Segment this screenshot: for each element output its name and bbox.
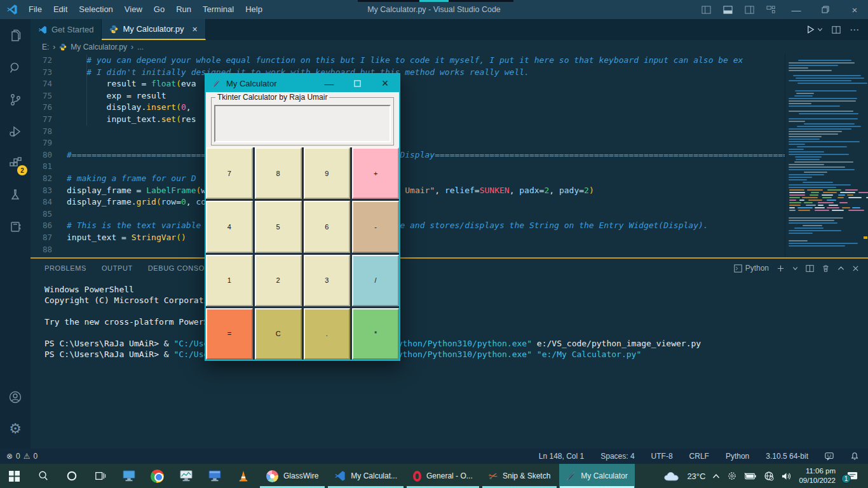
- terminal-instance[interactable]: Python: [734, 264, 769, 273]
- calc-button-1[interactable]: 1: [206, 255, 253, 306]
- taskbar-app-my-calculator[interactable]: My Calculator: [559, 464, 634, 488]
- calc-button-9[interactable]: 9: [304, 147, 351, 199]
- calc-button-8[interactable]: 8: [255, 147, 302, 199]
- panel-tab-output[interactable]: OUTPUT: [102, 264, 133, 272]
- taskbar-app-my-calculat-[interactable]: My Calculat...: [327, 464, 404, 488]
- terminal-output[interactable]: Windows PowerShellCopyright (C) Microsof…: [44, 284, 862, 446]
- breadcrumb-file[interactable]: My Calculator.py: [71, 43, 127, 51]
- status-python[interactable]: Python: [726, 452, 749, 461]
- terminal-line[interactable]: Copyright (C) Microsoft Corporation. All…: [44, 295, 862, 306]
- calculator-titlebar[interactable]: My Calculator — ×: [206, 74, 399, 92]
- terminal-dropdown-icon[interactable]: [792, 266, 798, 271]
- search-icon[interactable]: [0, 53, 31, 83]
- testing-icon[interactable]: [0, 180, 31, 210]
- explorer-icon[interactable]: [0, 22, 31, 51]
- calc-button-6[interactable]: 6: [304, 201, 351, 252]
- settings-gear-icon[interactable]: ⚙: [0, 414, 31, 444]
- calc-button-/[interactable]: /: [352, 255, 399, 306]
- bell-icon[interactable]: [850, 452, 859, 461]
- code-line-75[interactable]: exp = result: [67, 90, 785, 102]
- code-line-88[interactable]: [67, 244, 785, 256]
- status-utf-8[interactable]: UTF-8: [651, 452, 673, 461]
- code-line-86[interactable]: # This is the text variable that holds a…: [67, 220, 785, 232]
- tab-my-calculator-py[interactable]: My Calculator.py ×: [102, 19, 205, 40]
- taskbar-app-snip-sketch[interactable]: ✂Snip & Sketch: [482, 464, 558, 488]
- glasswire-graph-icon[interactable]: [172, 464, 200, 488]
- menu-file[interactable]: File: [23, 0, 48, 19]
- code-line-82[interactable]: # making a frame for our D: [67, 173, 785, 185]
- terminal-line[interactable]: Windows PowerShell: [44, 284, 862, 295]
- calc-minimize-button[interactable]: —: [315, 78, 343, 89]
- accounts-icon[interactable]: [0, 383, 31, 412]
- taskbar-app-glasswire[interactable]: GlassWire: [259, 464, 325, 488]
- code-line-80[interactable]: #=======================================…: [67, 149, 785, 161]
- cortana-icon[interactable]: [57, 464, 86, 488]
- new-terminal-icon[interactable]: [776, 264, 785, 273]
- calc-button-=[interactable]: =: [206, 308, 253, 360]
- code-line-76[interactable]: display.insert(0,: [67, 102, 785, 114]
- start-button-icon[interactable]: [0, 464, 29, 488]
- network-globe-icon[interactable]: [764, 471, 774, 481]
- calc-button--[interactable]: -: [352, 201, 399, 252]
- warnings-count[interactable]: 0: [34, 452, 38, 461]
- calc-button-7[interactable]: 7: [206, 147, 253, 199]
- code-line-84[interactable]: display_frame.grid(row=0, column=0, colu…: [67, 196, 785, 208]
- battery-tray-icon[interactable]: [744, 472, 757, 480]
- status-3-10-5-64-bit[interactable]: 3.10.5 64-bit: [766, 452, 808, 461]
- terminal-line[interactable]: [44, 306, 862, 316]
- pc-monitor-icon[interactable]: [114, 464, 143, 488]
- menu-run[interactable]: Run: [170, 0, 197, 19]
- calc-button-+[interactable]: +: [352, 147, 399, 199]
- teams-tray-icon[interactable]: [727, 471, 737, 481]
- menu-help[interactable]: Help: [240, 0, 268, 19]
- calculator-window[interactable]: My Calculator — × Tkinter Calculator by …: [205, 73, 400, 361]
- code-line-85[interactable]: [67, 208, 785, 220]
- window-restore-button[interactable]: [812, 0, 839, 19]
- taskbar-search-icon[interactable]: [29, 464, 57, 488]
- window-minimize-button[interactable]: —: [783, 0, 810, 19]
- calc-button-5[interactable]: 5: [255, 201, 302, 252]
- code-line-72[interactable]: # you can depend your whole equal functi…: [67, 55, 785, 67]
- more-actions-icon[interactable]: ⋯: [850, 24, 859, 36]
- tab-close-icon[interactable]: ×: [193, 24, 198, 34]
- task-view-icon[interactable]: [86, 464, 114, 488]
- panel-tab-debug-console[interactable]: DEBUG CONSOLE: [148, 264, 214, 272]
- terminal-line[interactable]: [44, 327, 862, 338]
- status-spaces-4[interactable]: Spaces: 4: [600, 452, 634, 461]
- tab-get-started[interactable]: Get Started: [31, 19, 102, 40]
- breadcrumb-symbol[interactable]: ...: [137, 43, 144, 51]
- code-line-81[interactable]: [67, 161, 785, 173]
- errors-count[interactable]: 0: [16, 452, 20, 461]
- status-crlf[interactable]: CRLF: [689, 452, 709, 461]
- terminal-line[interactable]: PS C:\Users\RaJa UmAiR> & "C:/Users/RaJa…: [44, 349, 862, 360]
- code-line-87[interactable]: input_text = StringVar(): [67, 232, 785, 244]
- volume-icon[interactable]: [781, 471, 792, 481]
- menu-selection[interactable]: Selection: [73, 0, 118, 19]
- menu-go[interactable]: Go: [148, 0, 170, 19]
- source-control-icon[interactable]: [0, 85, 31, 114]
- taskbar-app-general-o-[interactable]: General - O...: [406, 464, 480, 488]
- remote-desktop-icon[interactable]: [200, 464, 229, 488]
- toggle-panel-icon[interactable]: [718, 0, 737, 19]
- code-line-83[interactable]: display_frame = LabelFrame(window, text=…: [67, 185, 785, 197]
- maximize-panel-icon[interactable]: [837, 265, 844, 272]
- tray-expand-icon[interactable]: [712, 473, 720, 479]
- toggle-secondary-sidebar-icon[interactable]: [740, 0, 759, 19]
- kill-terminal-icon[interactable]: [822, 264, 830, 273]
- code-line-77[interactable]: input_text.set(res: [67, 114, 785, 126]
- split-editor-icon[interactable]: [832, 25, 841, 34]
- code-line-78[interactable]: [67, 126, 785, 138]
- notebook-icon[interactable]: [0, 212, 31, 241]
- menu-view[interactable]: View: [119, 0, 148, 19]
- calc-button-.[interactable]: .: [304, 308, 351, 360]
- breadcrumb-drive[interactable]: E:: [42, 43, 49, 51]
- minimap[interactable]: [785, 53, 868, 257]
- calc-button-4[interactable]: 4: [206, 201, 253, 252]
- calculator-display[interactable]: [214, 105, 391, 142]
- extensions-icon[interactable]: 2: [0, 149, 31, 178]
- calc-button-*[interactable]: *: [352, 308, 399, 360]
- code-line-73[interactable]: # I didn't initially designed it to work…: [67, 67, 785, 79]
- menu-terminal[interactable]: Terminal: [197, 0, 240, 19]
- toggle-sidebar-icon[interactable]: [696, 0, 715, 19]
- run-debug-icon[interactable]: [0, 117, 31, 146]
